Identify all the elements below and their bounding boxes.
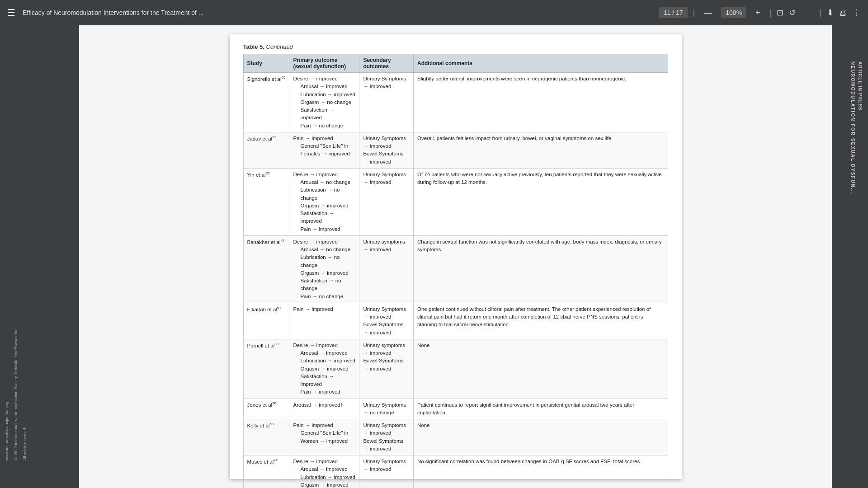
primary-sub-item: Arousal → no change xyxy=(293,178,355,186)
primary-sub-item: Lubrication → no change xyxy=(293,186,355,202)
history-icon[interactable]: ↺ xyxy=(789,8,796,18)
comments-cell: None xyxy=(413,419,668,455)
secondary-outcome-cell: Urinary Symptoms → no change xyxy=(359,399,414,419)
table-row: Musco et al42Desire → improvedArousal → … xyxy=(243,455,668,488)
primary-outcome-cell: Desire → improvedArousal → improvedLubri… xyxy=(289,455,359,488)
secondary-item: Urinary Symptoms → improved xyxy=(363,135,410,150)
primary-sub-item: Pain → improved xyxy=(293,225,355,233)
zoom-out-button[interactable]: — xyxy=(700,6,716,19)
study-cell: Banakhar et al47 xyxy=(243,235,289,303)
study-cell: Musco et al42 xyxy=(243,455,289,488)
comments-cell: Change in sexual function was not signif… xyxy=(413,235,668,303)
primary-main-item: Desire → improved xyxy=(293,171,355,178)
col-primary: Primary outcome (sexual dysfunction) xyxy=(289,54,359,73)
primary-sub-item: Satisfaction → no change xyxy=(293,277,355,293)
pdf-page: Table 5. Continued Study Primary outcome… xyxy=(230,34,682,479)
primary-sub-item: Lubrication → improved xyxy=(293,357,355,365)
secondary-item: Urinary Symptoms → improved xyxy=(363,171,410,187)
left-sidebar: www.neuromodulationjournal.org © 2022 In… xyxy=(0,25,79,488)
col-secondary: Secondary outcomes xyxy=(359,54,414,73)
primary-main-item: Pain → improved xyxy=(293,135,355,142)
primary-sub-item: Satisfaction → improved xyxy=(293,373,355,389)
primary-outcome-cell: Pain → improved xyxy=(289,303,359,339)
fit-page-icon[interactable]: ⊡ xyxy=(777,8,783,18)
primary-outcome-cell: Pain → improvedGeneral "Sex Life" in Fem… xyxy=(289,132,359,168)
more-options-icon[interactable]: ⋮ xyxy=(853,8,861,18)
secondary-item: Urinary Symptoms → improved xyxy=(363,458,410,474)
separator-1: | xyxy=(693,8,695,18)
primary-sub-item: Arousal → improved xyxy=(293,83,355,90)
secondary-item: Urinary Symptoms → improved xyxy=(363,422,410,437)
main-area: www.neuromodulationjournal.org © 2022 In… xyxy=(0,25,868,488)
secondary-outcome-cell: Urinary Symptoms → improvedBowel Symptom… xyxy=(359,132,414,168)
comments-cell: None xyxy=(413,339,668,399)
document-title: Efficacy of Neuromodulation Intervention… xyxy=(23,9,652,16)
toolbar-controls: 11 / 17 | — 100% + | ⊡ ↺ | ⬇ 🖨 ⋮ xyxy=(659,6,861,19)
secondary-outcome-cell: Urinary Symptoms → improvedBowel Symptom… xyxy=(359,419,414,455)
primary-sub-item: Orgasm → improved xyxy=(293,365,355,373)
secondary-item: Bowel Symptoms → improved xyxy=(363,357,410,373)
table-row: Banakhar et al47Desire → improvedArousal… xyxy=(243,235,668,303)
primary-sub-item: Lubrication → improved xyxy=(293,474,355,481)
secondary-item: Urinary Symptoms → no change xyxy=(363,401,410,417)
page-indicator[interactable]: 11 / 17 xyxy=(659,7,688,18)
primary-sub-item: Satisfaction → improved xyxy=(293,106,355,122)
table-caption: Table 5. Continued xyxy=(243,43,668,50)
primary-outcome-cell: Desire → improvedArousal → no changeLubr… xyxy=(289,235,359,303)
right-sidebar: ARTICLE IN PRESS NEUROMODULATION FOR SEX… xyxy=(832,25,868,488)
secondary-item: Urinary Symptoms → improved xyxy=(363,305,410,321)
secondary-outcome-cell: Urinary symptoms → improvedBowel Symptom… xyxy=(359,339,414,399)
primary-main-item: Desire → improved xyxy=(293,75,355,83)
primary-sub-item: Pain → improved xyxy=(293,388,355,396)
secondary-item: Bowel Symptoms → improved xyxy=(363,437,410,453)
primary-sub-item: Orgasm → improved xyxy=(293,269,355,277)
secondary-item: Bowel Symptoms → improved xyxy=(363,150,410,166)
study-cell: Jadav et al31 xyxy=(243,132,289,168)
sidebar-copyright: © 2022 International Neuromodulation Soc… xyxy=(14,328,18,461)
print-icon[interactable]: 🖨 xyxy=(839,8,847,18)
table-header-row: Study Primary outcome (sexual dysfunctio… xyxy=(243,54,668,73)
secondary-outcome-cell: Urinary Symptoms → improved xyxy=(359,168,414,235)
study-cell: Signorello et al55 xyxy=(243,73,289,132)
primary-sub-item: General "Sex Life" in Females → improved xyxy=(293,142,355,158)
comments-cell: Slightly better overall improvements wer… xyxy=(413,73,668,132)
primary-main-item: Desire → improved xyxy=(293,342,355,349)
zoom-level[interactable]: 100% xyxy=(721,7,746,18)
study-cell: Elkattah et al51 xyxy=(243,303,289,339)
menu-icon[interactable]: ☰ xyxy=(7,7,15,18)
primary-sub-item: Arousal → no change xyxy=(293,246,355,253)
primary-main-item: Desire → improved xyxy=(293,458,355,465)
journal-topic-label: NEUROMODULATION FOR SEXUAL DYSFUN... xyxy=(850,61,855,194)
study-cell: Jones et al56 xyxy=(243,399,289,419)
toolbar: ☰ Efficacy of Neuromodulation Interventi… xyxy=(0,0,868,25)
secondary-outcome-cell: Urinary Symptoms → improvedBowel Symptom… xyxy=(359,303,414,339)
primary-main-item: Arousal → improved† xyxy=(293,401,355,409)
article-in-press-label: ARTICLE IN PRESS xyxy=(858,61,863,111)
separator-2: | xyxy=(769,8,772,18)
secondary-item: Urinary symptoms → improved xyxy=(363,342,410,357)
secondary-outcome-cell: Urinary symptoms → improved xyxy=(359,235,414,303)
primary-sub-item: Pain → no change xyxy=(293,293,355,300)
primary-outcome-cell: Arousal → improved† xyxy=(289,399,359,419)
download-icon[interactable]: ⬇ xyxy=(827,8,834,18)
primary-sub-item: Lubrication → no change xyxy=(293,253,355,269)
primary-outcome-cell: Pain → improvedGeneral "Sex Life" in Wom… xyxy=(289,419,359,455)
table-row: Signorello et al55Desire → improvedArous… xyxy=(243,73,668,132)
results-table: Study Primary outcome (sexual dysfunctio… xyxy=(243,54,668,488)
comments-cell: Overall, patients felt less impact from … xyxy=(413,132,668,168)
primary-sub-item: Orgasm → improved xyxy=(293,202,355,210)
sidebar-journal-url: www.neuromodulationjournal.org xyxy=(5,402,9,461)
primary-main-item: Desire → improved xyxy=(293,238,355,246)
primary-main-item: Pain → improved xyxy=(293,422,355,429)
primary-outcome-cell: Desire → improvedArousal → improvedLubri… xyxy=(289,73,359,132)
comments-cell: No significant correlation was found bet… xyxy=(413,455,668,488)
primary-sub-item: Arousal → improved xyxy=(293,465,355,473)
table-row: Jones et al56Arousal → improved†Urinary … xyxy=(243,399,668,419)
zoom-in-button[interactable]: + xyxy=(752,6,764,19)
sidebar-rights: All rights reserved. xyxy=(23,427,27,461)
primary-sub-item: General "Sex Life" in Women → improved xyxy=(293,429,355,445)
content-area[interactable]: Table 5. Continued Study Primary outcome… xyxy=(79,25,832,488)
study-cell: Yih et al29 xyxy=(243,168,289,235)
primary-sub-item: Satisfaction → improved xyxy=(293,210,355,225)
primary-outcome-cell: Desire → improvedArousal → improvedLubri… xyxy=(289,339,359,399)
